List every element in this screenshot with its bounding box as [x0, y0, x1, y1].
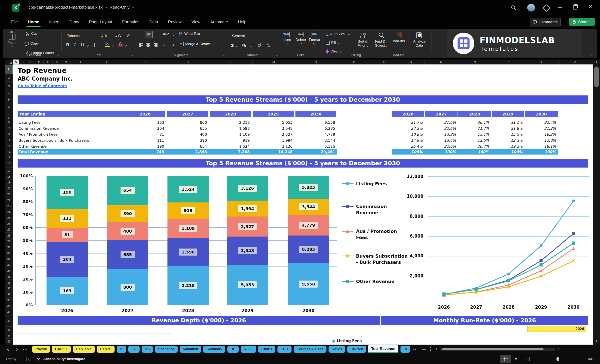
column-header-B[interactable]: B	[19, 60, 26, 64]
row-header-21[interactable]: 21	[5, 191, 13, 198]
toc-link[interactable]: Go to Table of Contents	[18, 84, 67, 88]
zoom-level[interactable]: 140%	[579, 357, 595, 361]
row-header-40[interactable]: 40	[5, 303, 13, 309]
column-header-J[interactable]: J	[124, 60, 167, 64]
bold-button[interactable]: B	[66, 42, 69, 47]
total-pct-cell[interactable]: 100%	[392, 149, 422, 155]
number-format-select[interactable]: General	[230, 32, 280, 40]
pct-cell[interactable]: 20.7%	[458, 143, 489, 149]
align-top-icon[interactable]	[139, 33, 143, 35]
column-header-N[interactable]: N	[295, 60, 337, 64]
table-cell[interactable]: 1,994	[253, 137, 292, 143]
pct-cell[interactable]: 18.1%	[525, 143, 556, 149]
clipboard-dialog-launcher[interactable]: ↘	[57, 54, 59, 57]
table-cell[interactable]: 163	[125, 119, 164, 125]
clear-button[interactable]: Clear	[326, 49, 342, 54]
page-layout-view-button[interactable]	[511, 355, 521, 363]
underline-button[interactable]: U	[81, 42, 84, 47]
comma-format-icon[interactable]: ,	[250, 42, 252, 49]
copy-button[interactable]: Copy	[25, 42, 44, 46]
row-header-23[interactable]: 23	[5, 203, 13, 209]
delete-cells-button[interactable]: × Delete	[296, 32, 306, 44]
decrease-font-icon[interactable]: A˅	[127, 34, 131, 38]
diamond-icon[interactable]	[543, 4, 550, 12]
sheet-tab-capex[interactable]: CAPEX	[52, 346, 71, 353]
pct-cell[interactable]: 30.1%	[458, 119, 489, 125]
row-header-32[interactable]: 32	[5, 256, 13, 262]
pct-cell[interactable]: 27.6%	[425, 119, 456, 125]
percent-format-icon[interactable]: %	[242, 43, 246, 48]
sheet-tab-is[interactable]: IS	[117, 346, 126, 353]
row-header-17[interactable]: 17	[5, 168, 13, 174]
pct-cell[interactable]: 15.1%	[458, 131, 489, 137]
italic-button[interactable]: I	[74, 42, 75, 47]
zoom-in-button[interactable]: +	[576, 356, 579, 362]
table-cell[interactable]: 654	[167, 143, 207, 149]
row-header-5[interactable]: 5	[5, 95, 13, 104]
row-header-15[interactable]: 15	[5, 155, 13, 159]
table-cell[interactable]: 81	[125, 131, 164, 137]
row-header-41[interactable]: 41	[5, 309, 13, 315]
row-header-2[interactable]: 2	[5, 74, 13, 82]
table-year-2028[interactable]: 2028	[210, 111, 251, 117]
row-header-44[interactable]: 44	[5, 333, 13, 339]
table-cell[interactable]: 1,109	[210, 131, 250, 137]
align-bottom-icon[interactable]	[155, 33, 159, 35]
pct-year-2029[interactable]: 2029	[492, 111, 524, 117]
font-color-chevron-icon[interactable]	[125, 45, 127, 47]
find-select-button[interactable]: Find &Select	[375, 32, 387, 48]
zoom-slider[interactable]	[542, 359, 573, 359]
sheet-tab-kpis[interactable]: KPIs	[277, 346, 291, 353]
share-button[interactable]: Share	[569, 18, 595, 26]
close-button[interactable]: ×	[588, 3, 592, 10]
column-header-P[interactable]: P	[372, 60, 397, 64]
font-dialog-launcher[interactable]: ↘	[131, 54, 133, 57]
sheet-tab-to[interactable]: To	[401, 346, 410, 353]
row-header-31[interactable]: 31	[5, 250, 13, 256]
pct-cell[interactable]: 27.2%	[392, 125, 422, 131]
row-header-19[interactable]: 19	[5, 180, 13, 186]
align-middle-icon[interactable]	[145, 31, 153, 38]
table-cell[interactable]: 390	[167, 137, 207, 143]
decrease-decimal-icon[interactable]: .00→0	[266, 43, 270, 48]
menu-tab-draw[interactable]: Draw	[65, 16, 84, 28]
row-header-33[interactable]: 33	[5, 262, 13, 268]
sheet-tab-capital[interactable]: Capital	[97, 346, 114, 353]
table-cell[interactable]: 2,218	[210, 119, 250, 125]
table-row-name[interactable]: Listing Fees	[19, 119, 126, 125]
total-cell[interactable]: 2,898	[167, 149, 207, 155]
column-header-D[interactable]: D	[35, 60, 44, 64]
column-header-R[interactable]: R	[425, 60, 458, 64]
pct-cell[interactable]: 16.2%	[525, 131, 556, 137]
table-cell[interactable]: 1,598	[210, 125, 250, 131]
column-header-S[interactable]: S	[458, 60, 492, 64]
accounting-format-icon[interactable]: $	[231, 43, 234, 48]
year-input-cell[interactable]: 2026	[527, 326, 586, 332]
scroll-down-icon[interactable]: ▼	[594, 339, 599, 343]
increase-decimal-icon[interactable]: ←0.00	[258, 43, 262, 48]
horizontal-scrollbar[interactable]	[440, 348, 555, 351]
alignment-dialog-launcher[interactable]: ↘	[223, 54, 225, 57]
pct-cell[interactable]: 25.4%	[392, 143, 422, 149]
sheet-tab-summary[interactable]: Summary	[203, 346, 225, 353]
table-cell[interactable]: 919	[210, 137, 250, 143]
addins-button[interactable]: Add-ins	[393, 32, 405, 43]
row-header-7[interactable]: 7	[5, 111, 13, 117]
table-year-2029[interactable]: 2029	[253, 111, 294, 117]
column-header-T[interactable]: T	[492, 60, 526, 64]
fill-color-button[interactable]	[105, 42, 110, 47]
align-left-icon[interactable]	[139, 43, 143, 47]
column-header-O[interactable]: O	[337, 60, 372, 64]
sheet-tab-be[interactable]: BE	[227, 346, 239, 353]
row-header-45[interactable]: 45	[5, 339, 13, 344]
accessibility-icon[interactable]	[36, 356, 41, 362]
row-header-16[interactable]: 16	[5, 159, 13, 168]
sheet-tab-scenarios[interactable]: Scenarios	[155, 346, 178, 353]
table-row-name[interactable]: Buyers Subscription - Bulk Purchasers	[19, 137, 126, 143]
column-header-I[interactable]: I	[89, 60, 124, 64]
total-cell[interactable]: 16,248	[253, 149, 292, 155]
chart-section-title[interactable]: Top 5 Revenue Streams ($'000) - 5 years …	[18, 159, 588, 168]
sheet-tab-roic[interactable]: ROIC	[241, 346, 256, 353]
row-header-35[interactable]: 35	[5, 274, 13, 280]
sheet-tab-top-revenue[interactable]: Top_Revenue	[368, 345, 398, 353]
